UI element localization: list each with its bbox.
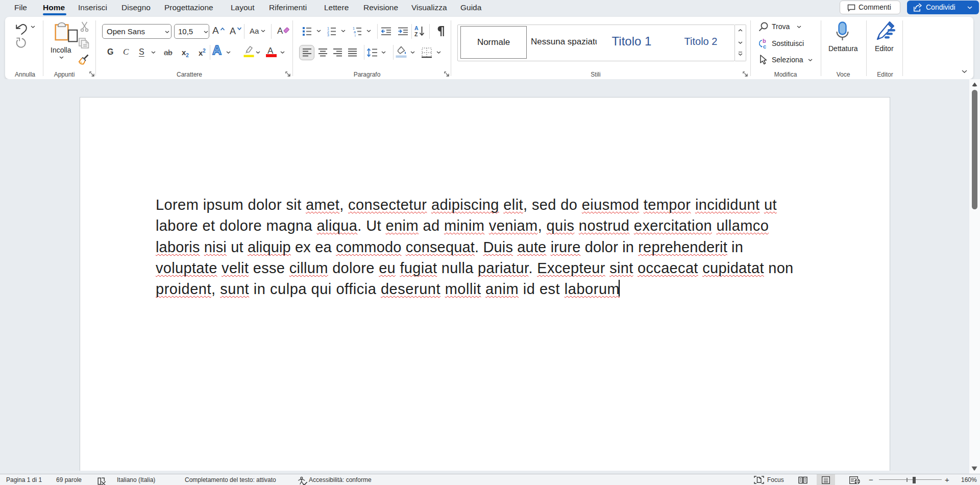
svg-text:1: 1 (327, 27, 329, 30)
svg-text:c: c (763, 43, 766, 50)
svg-text:1: 1 (353, 27, 355, 30)
svg-text:i: i (355, 34, 356, 37)
svg-text:A: A (414, 25, 419, 31)
svg-text:Z: Z (414, 31, 418, 37)
svg-text:3: 3 (327, 33, 329, 37)
